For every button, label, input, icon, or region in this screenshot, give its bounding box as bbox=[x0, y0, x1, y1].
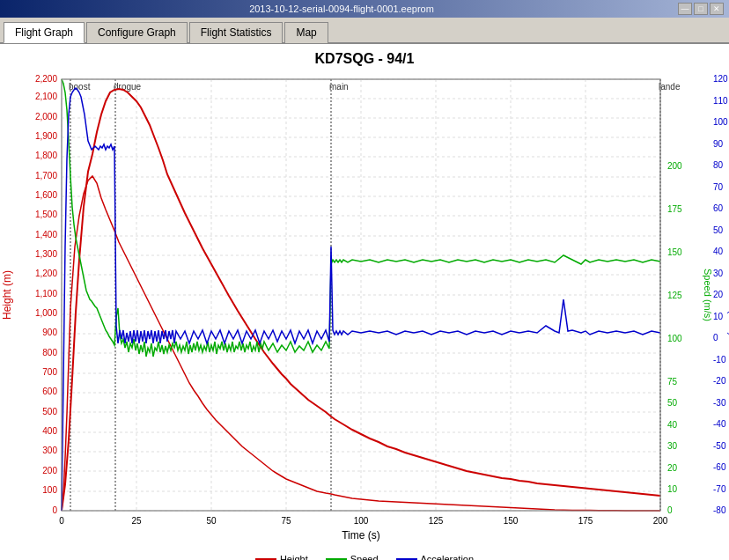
svg-text:2,100: 2,100 bbox=[35, 92, 57, 101]
svg-text:30: 30 bbox=[713, 269, 724, 278]
svg-text:100: 100 bbox=[667, 334, 682, 343]
svg-text:0: 0 bbox=[52, 505, 57, 515]
svg-text:70: 70 bbox=[713, 182, 724, 192]
tab-flight-graph[interactable]: Flight Graph bbox=[4, 22, 85, 43]
svg-text:Time (s): Time (s) bbox=[342, 529, 380, 542]
flight-chart: boost drogue main lande 0 100 200 30 bbox=[0, 70, 729, 550]
svg-text:125: 125 bbox=[429, 516, 444, 526]
svg-text:2,000: 2,000 bbox=[35, 112, 57, 122]
svg-text:800: 800 bbox=[42, 348, 57, 357]
legend-height-label: Height bbox=[280, 554, 308, 560]
svg-text:-80: -80 bbox=[713, 505, 726, 515]
svg-text:50: 50 bbox=[667, 398, 678, 408]
title-bar-buttons[interactable]: — □ ✕ bbox=[678, 3, 724, 15]
close-button[interactable]: ✕ bbox=[710, 3, 724, 15]
svg-text:0: 0 bbox=[59, 516, 64, 526]
svg-text:200: 200 bbox=[42, 466, 57, 475]
legend-height: Height bbox=[255, 554, 308, 560]
svg-text:90: 90 bbox=[713, 139, 724, 149]
svg-text:10: 10 bbox=[713, 312, 724, 321]
svg-text:600: 600 bbox=[42, 387, 57, 396]
tab-configure-graph[interactable]: Configure Graph bbox=[86, 22, 188, 43]
svg-text:1,500: 1,500 bbox=[35, 210, 57, 219]
svg-text:-40: -40 bbox=[713, 419, 726, 429]
svg-text:300: 300 bbox=[42, 446, 57, 455]
svg-text:2,200: 2,200 bbox=[35, 74, 57, 84]
chart-container: KD7SQG - 94/1 bbox=[0, 44, 729, 560]
title-bar-text: 2013-10-12-serial-0094-flight-0001.eepro… bbox=[5, 4, 678, 14]
svg-text:175: 175 bbox=[578, 516, 593, 526]
svg-text:-30: -30 bbox=[713, 398, 726, 408]
legend-speed: Speed bbox=[326, 554, 379, 560]
svg-text:400: 400 bbox=[42, 426, 57, 436]
svg-text:200: 200 bbox=[653, 516, 668, 526]
svg-text:100: 100 bbox=[354, 516, 369, 526]
minimize-button[interactable]: — bbox=[678, 3, 692, 15]
maximize-button[interactable]: □ bbox=[694, 3, 708, 15]
svg-text:10: 10 bbox=[667, 484, 678, 494]
legend-speed-label: Speed bbox=[350, 554, 379, 560]
svg-text:25: 25 bbox=[131, 516, 142, 526]
svg-text:150: 150 bbox=[504, 516, 519, 526]
svg-text:40: 40 bbox=[713, 247, 724, 256]
legend-acceleration: Acceleration bbox=[396, 554, 475, 560]
legend-acceleration-label: Acceleration bbox=[421, 554, 475, 560]
svg-text:1,600: 1,600 bbox=[35, 190, 57, 200]
svg-text:Height (m): Height (m) bbox=[1, 270, 13, 320]
svg-text:75: 75 bbox=[281, 516, 291, 526]
svg-text:50: 50 bbox=[713, 225, 724, 235]
svg-text:boost: boost bbox=[69, 82, 91, 92]
title-bar: 2013-10-12-serial-0094-flight-0001.eepro… bbox=[0, 0, 729, 18]
svg-text:110: 110 bbox=[713, 96, 728, 106]
svg-text:20: 20 bbox=[667, 463, 678, 473]
svg-text:1,700: 1,700 bbox=[35, 171, 57, 181]
svg-text:100: 100 bbox=[713, 117, 728, 127]
svg-text:lande: lande bbox=[659, 82, 681, 92]
svg-text:175: 175 bbox=[667, 204, 682, 214]
tab-flight-statistics[interactable]: Flight Statistics bbox=[189, 22, 284, 43]
svg-text:50: 50 bbox=[206, 516, 217, 526]
svg-text:700: 700 bbox=[42, 367, 57, 377]
svg-text:drogue: drogue bbox=[114, 82, 142, 92]
svg-text:0: 0 bbox=[713, 333, 718, 343]
svg-text:-50: -50 bbox=[713, 441, 726, 451]
svg-text:1,200: 1,200 bbox=[35, 269, 57, 278]
svg-text:0: 0 bbox=[667, 505, 673, 515]
svg-text:30: 30 bbox=[667, 441, 678, 451]
chart-title: KD7SQG - 94/1 bbox=[0, 44, 729, 70]
svg-text:1,800: 1,800 bbox=[35, 151, 57, 160]
svg-text:120: 120 bbox=[713, 74, 728, 84]
svg-text:1,900: 1,900 bbox=[35, 131, 57, 141]
svg-text:Speed (m/s): Speed (m/s) bbox=[703, 269, 713, 321]
svg-text:1,000: 1,000 bbox=[35, 308, 57, 318]
svg-text:-70: -70 bbox=[713, 484, 726, 494]
svg-text:200: 200 bbox=[667, 161, 682, 171]
svg-text:100: 100 bbox=[42, 485, 57, 495]
chart-legend: Height Speed Acceleration bbox=[0, 550, 729, 560]
svg-text:60: 60 bbox=[713, 203, 724, 213]
svg-text:40: 40 bbox=[667, 420, 678, 430]
svg-text:-60: -60 bbox=[713, 462, 726, 472]
svg-text:1,100: 1,100 bbox=[35, 289, 57, 298]
svg-text:900: 900 bbox=[42, 328, 57, 337]
svg-text:500: 500 bbox=[42, 407, 57, 416]
svg-text:-10: -10 bbox=[713, 355, 726, 365]
svg-text:1,400: 1,400 bbox=[35, 230, 57, 239]
svg-text:125: 125 bbox=[667, 291, 682, 300]
tab-map[interactable]: Map bbox=[284, 22, 328, 43]
svg-text:150: 150 bbox=[667, 247, 682, 257]
svg-text:75: 75 bbox=[667, 377, 678, 387]
svg-text:main: main bbox=[329, 82, 349, 92]
svg-text:80: 80 bbox=[713, 160, 724, 170]
svg-text:20: 20 bbox=[713, 290, 724, 299]
tab-bar: Flight Graph Configure Graph Flight Stat… bbox=[0, 18, 729, 44]
svg-text:-20: -20 bbox=[713, 376, 726, 386]
svg-text:1,300: 1,300 bbox=[35, 249, 57, 259]
